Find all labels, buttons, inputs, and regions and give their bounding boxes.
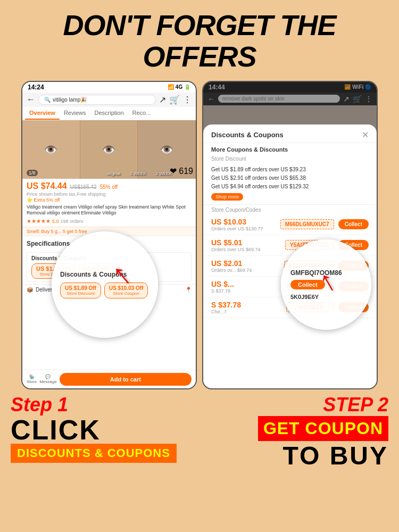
phone2: 14:44 📶 WiFi 🔵 ← remove dark spots on sk… <box>202 81 378 389</box>
header: DON'T FORGET THE OFFERS <box>0 0 399 78</box>
phone1-search-box[interactable]: 🔍 vitiligo lamp🎉 <box>38 95 156 105</box>
phone1-stars-row: ★★★★★ 5.0 198 orders <box>27 218 192 224</box>
collect-button-1[interactable]: Collect <box>338 219 369 229</box>
phone1-product-title: Vitiligo treatment cream Vitiligo relief… <box>27 204 192 217</box>
phone1-discount: 55% off <box>100 184 118 190</box>
step1-action: CLICK <box>11 416 200 444</box>
phone1-product-info: US $74.44 US$165.42 55% off Price shown … <box>22 179 196 227</box>
coupon-condition-4: S $37.78 <box>211 288 277 294</box>
message-button[interactable]: 💬 Message <box>39 375 56 384</box>
instructions: Step 1 CLICK DISCOUNTS & COUPONS STEP 2 … <box>0 389 399 469</box>
discount-rows: Get US $1.89 off orders over US $39.23 G… <box>203 163 377 203</box>
back-icon[interactable]: ← <box>27 95 35 104</box>
store-label: Store <box>27 379 37 384</box>
img-label-original: original <box>107 171 121 176</box>
tab-reviews[interactable]: Reviews <box>60 107 90 120</box>
coupon-item-1: US $10.03 Orders over US $130.77 M66DLGM… <box>203 214 377 235</box>
coupon-left-4: US $... S $37.78 <box>211 280 277 294</box>
coupon-left-5: S $37.78 Che...7 <box>211 301 282 314</box>
coupon-condition-3: Orders ov... $69.74 <box>211 268 280 273</box>
coupon-amount-3: US $2.01 <box>211 259 280 268</box>
tab-overview[interactable]: Overview <box>25 107 60 120</box>
discount-row-3: Get US $4.94 off orders over US $129.32 <box>211 182 369 191</box>
step1-label: Step 1 <box>11 394 200 416</box>
more-icon[interactable]: ⋮ <box>183 95 192 105</box>
location-icon: 📍 <box>185 287 192 293</box>
img-label-1week: 1 WEEK <box>130 171 146 176</box>
phone1-bottom-bar: 🏪 Store 💬 Message Add to cart <box>22 370 196 388</box>
phone1-stars: ★★★★★ <box>27 218 51 224</box>
discount-row-2: Get US $2.91 off orders over US $65.38 <box>211 174 369 182</box>
phones-row: 14:24 📶 4G 🔋 ← 🔍 vitiligo lamp🎉 ↗ 🛒 ⋮ Ov… <box>0 81 399 389</box>
add-to-cart-button[interactable]: Add to cart <box>60 373 192 386</box>
coupon-code-1: M66DLGMUXUC7 <box>280 219 334 229</box>
phone1-status-bar: 14:24 📶 4G 🔋 <box>22 82 196 93</box>
product-img-2: 👁️ <box>80 120 138 179</box>
discount-row-1: Get US $1.89 off orders over US $39.23 <box>211 165 369 174</box>
phone1-circle-overlay: Discounts & Coupons US $1.89 Off Store D… <box>52 231 158 338</box>
modal-subtitle: More Coupons & Discounts <box>203 143 377 154</box>
shop-more-button[interactable]: Shop more <box>211 193 243 201</box>
circle-pill-1-type: Store Discount <box>65 291 96 296</box>
like-count: ❤ 619 <box>170 166 193 176</box>
step2-area: STEP 2 GET COUPON TO BUY <box>200 394 388 469</box>
circle-2-code2: 5K0J9E6Y <box>290 294 319 300</box>
coupon-condition-1: Orders over US $130.77 <box>211 226 276 231</box>
modal-close-icon[interactable]: ✕ <box>362 130 369 140</box>
cart-icon[interactable]: 🛒 <box>169 95 180 105</box>
phone1-signal: 📶 4G 🔋 <box>168 84 190 90</box>
tab-description[interactable]: Description <box>90 107 128 120</box>
phone1-extra-off: ⭐ Extra 5% off <box>27 197 192 203</box>
modal-header: Discounts & Coupons ✕ <box>203 124 377 143</box>
coupon-amount-5: S $37.78 <box>211 301 282 309</box>
circle-pill-1-amount: US $1.89 Off <box>65 285 96 291</box>
get-coupon-box: GET COUPON <box>258 416 388 441</box>
coupon-left-1: US $10.03 Orders over US $130.77 <box>211 218 276 231</box>
share-icon[interactable]: ↗ <box>159 95 166 105</box>
discounts-coupons-text: DISCOUNTS & COUPONS <box>17 446 170 460</box>
step2-label: STEP 2 <box>200 394 388 416</box>
circle-pill-1: US $1.89 Off Store Discount <box>60 282 101 298</box>
phone1-shipping: Price shown before tax,Free shipping <box>27 192 192 197</box>
coupon-amount-1: US $10.03 <box>211 218 276 226</box>
header-title: DON'T FORGET THE OFFERS <box>5 10 394 73</box>
phone1-price: US $74.44 <box>27 181 67 191</box>
coupon-amount-4: US $... <box>211 280 277 288</box>
store-button[interactable]: 🏪 Store <box>27 375 37 384</box>
phone1-product-images: 👁️ 👁️ 👁️ 1/8 original 1 WEEK 2 WEEK ❤ 61… <box>22 120 196 179</box>
coupon-left-2: US $5.01 Orders over US $69.74 <box>211 238 281 252</box>
delivery-icon: 📦 <box>27 287 33 293</box>
message-label: Message <box>39 379 56 384</box>
coupon-amount-2: US $5.01 <box>211 238 281 247</box>
phone1-reviews: 198 orders <box>61 219 84 224</box>
to-buy-text: TO BUY <box>200 443 388 469</box>
phone1-search-text: vitiligo lamp🎉 <box>53 97 87 103</box>
store-icon: 🏪 <box>29 375 35 379</box>
coupon-codes-label: Store Coupon/Codes <box>203 204 377 214</box>
discounts-coupons-box: DISCOUNTS & COUPONS <box>11 444 177 463</box>
phone1-spec-title: Specifications <box>27 240 70 247</box>
message-icon: 💬 <box>45 375 51 379</box>
tab-reco[interactable]: Reco... <box>128 107 155 120</box>
modal-title: Discounts & Coupons <box>211 131 284 139</box>
step1-area: Step 1 CLICK DISCOUNTS & COUPONS <box>11 394 200 463</box>
phone1-rating: 5.0 <box>52 219 59 224</box>
store-discount-label: Store Discount <box>203 154 377 163</box>
coupon-left-3: US $2.01 Orders ov... $69.74 <box>211 259 280 273</box>
coupon-condition-5: Che...7 <box>211 309 282 314</box>
img-counter: 1/8 <box>27 170 38 176</box>
phone1-tab-bar: Overview Reviews Description Reco... <box>22 107 196 120</box>
phone1: 14:24 📶 4G 🔋 ← 🔍 vitiligo lamp🎉 ↗ 🛒 ⋮ Ov… <box>21 81 197 389</box>
phone1-time: 14:24 <box>28 84 44 91</box>
phone1-search-bar: ← 🔍 vitiligo lamp🎉 ↗ 🛒 ⋮ <box>22 93 196 107</box>
search-icon: 🔍 <box>44 97 51 103</box>
get-coupon-text: GET COUPON <box>263 419 383 438</box>
coupon-condition-2: Orders over US $69.74 <box>211 247 281 252</box>
phone1-price-old: US$165.42 <box>70 184 97 190</box>
